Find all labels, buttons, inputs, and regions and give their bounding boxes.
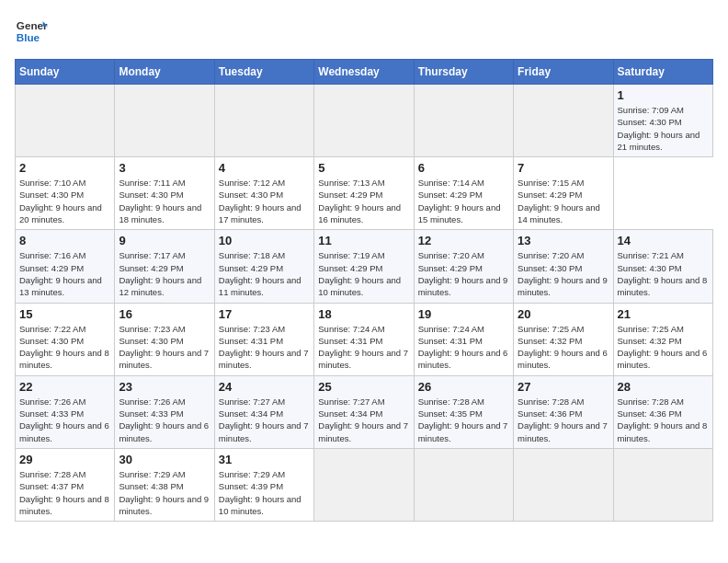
calendar-cell (16, 85, 115, 157)
day-number: 4 (219, 161, 310, 175)
day-info: Sunrise: 7:25 AMSunset: 4:32 PMDaylight:… (518, 323, 609, 372)
day-info: Sunrise: 7:19 AMSunset: 4:29 PMDaylight:… (318, 249, 409, 298)
calendar-cell (514, 85, 613, 157)
calendar-cell (115, 85, 214, 157)
day-info: Sunrise: 7:09 AMSunset: 4:30 PMDaylight:… (618, 104, 709, 153)
day-number: 16 (119, 307, 210, 321)
day-number: 8 (19, 234, 110, 247)
day-number: 25 (318, 380, 409, 394)
day-info: Sunrise: 7:27 AMSunset: 4:34 PMDaylight:… (318, 396, 409, 444)
day-info: Sunrise: 7:29 AMSunset: 4:38 PMDaylight:… (119, 468, 210, 517)
logo-icon: General Blue (15, 15, 48, 48)
calendar-cell: 28Sunrise: 7:28 AMSunset: 4:36 PMDayligh… (613, 375, 712, 448)
day-number: 28 (618, 380, 709, 394)
calendar-cell: 19Sunrise: 7:24 AMSunset: 4:31 PMDayligh… (414, 303, 513, 375)
calendar-cell: 31Sunrise: 7:29 AMSunset: 4:39 PMDayligh… (214, 448, 313, 521)
calendar-cell: 14Sunrise: 7:21 AMSunset: 4:30 PMDayligh… (613, 230, 712, 303)
day-number: 23 (119, 380, 210, 394)
day-info: Sunrise: 7:28 AMSunset: 4:37 PMDaylight:… (19, 468, 110, 517)
day-number: 18 (318, 307, 409, 321)
calendar-cell: 29Sunrise: 7:28 AMSunset: 4:37 PMDayligh… (16, 448, 115, 521)
day-info: Sunrise: 7:24 AMSunset: 4:31 PMDaylight:… (318, 323, 409, 372)
day-info: Sunrise: 7:25 AMSunset: 4:32 PMDaylight:… (618, 323, 709, 372)
day-number: 26 (418, 380, 509, 394)
calendar-week-row: 15Sunrise: 7:22 AMSunset: 4:30 PMDayligh… (16, 303, 713, 375)
calendar-cell (414, 448, 513, 521)
day-number: 30 (119, 453, 210, 466)
day-number: 3 (119, 161, 210, 175)
day-info: Sunrise: 7:22 AMSunset: 4:30 PMDaylight:… (19, 323, 110, 372)
day-info: Sunrise: 7:20 AMSunset: 4:29 PMDaylight:… (418, 249, 509, 298)
weekday-header-row: SundayMondayTuesdayWednesdayThursdayFrid… (16, 60, 713, 85)
calendar-cell: 8Sunrise: 7:16 AMSunset: 4:29 PMDaylight… (16, 230, 115, 303)
day-number: 29 (19, 453, 110, 466)
day-number: 10 (219, 234, 310, 247)
calendar-cell: 24Sunrise: 7:27 AMSunset: 4:34 PMDayligh… (214, 375, 313, 448)
weekday-header-wednesday: Wednesday (314, 60, 414, 85)
calendar-cell: 11Sunrise: 7:19 AMSunset: 4:29 PMDayligh… (314, 230, 414, 303)
day-info: Sunrise: 7:18 AMSunset: 4:29 PMDaylight:… (219, 249, 310, 298)
day-info: Sunrise: 7:27 AMSunset: 4:34 PMDaylight:… (219, 396, 310, 444)
day-number: 15 (19, 307, 110, 321)
calendar-cell: 21Sunrise: 7:25 AMSunset: 4:32 PMDayligh… (613, 303, 712, 375)
calendar-cell: 27Sunrise: 7:28 AMSunset: 4:36 PMDayligh… (514, 375, 613, 448)
day-number: 2 (19, 161, 110, 175)
day-info: Sunrise: 7:21 AMSunset: 4:30 PMDaylight:… (618, 249, 709, 298)
day-info: Sunrise: 7:10 AMSunset: 4:30 PMDaylight:… (19, 177, 110, 225)
day-info: Sunrise: 7:15 AMSunset: 4:29 PMDaylight:… (518, 177, 609, 225)
calendar-week-row: 22Sunrise: 7:26 AMSunset: 4:33 PMDayligh… (16, 375, 713, 448)
calendar-cell: 12Sunrise: 7:20 AMSunset: 4:29 PMDayligh… (414, 230, 513, 303)
day-info: Sunrise: 7:14 AMSunset: 4:29 PMDaylight:… (418, 177, 509, 225)
day-info: Sunrise: 7:28 AMSunset: 4:36 PMDaylight:… (518, 396, 609, 444)
calendar-cell: 17Sunrise: 7:23 AMSunset: 4:31 PMDayligh… (214, 303, 313, 375)
day-number: 13 (518, 234, 609, 247)
calendar-cell: 22Sunrise: 7:26 AMSunset: 4:33 PMDayligh… (16, 375, 115, 448)
calendar-cell: 15Sunrise: 7:22 AMSunset: 4:30 PMDayligh… (16, 303, 115, 375)
calendar-cell: 18Sunrise: 7:24 AMSunset: 4:31 PMDayligh… (314, 303, 414, 375)
calendar-week-row: 8Sunrise: 7:16 AMSunset: 4:29 PMDaylight… (16, 230, 713, 303)
weekday-header-sunday: Sunday (16, 60, 115, 85)
weekday-header-friday: Friday (514, 60, 613, 85)
calendar-week-row: 29Sunrise: 7:28 AMSunset: 4:37 PMDayligh… (16, 448, 713, 521)
day-info: Sunrise: 7:23 AMSunset: 4:30 PMDaylight:… (119, 323, 210, 372)
calendar-cell: 6Sunrise: 7:14 AMSunset: 4:29 PMDaylight… (414, 157, 513, 230)
day-number: 22 (19, 380, 110, 394)
calendar-cell: 4Sunrise: 7:12 AMSunset: 4:30 PMDaylight… (214, 157, 313, 230)
calendar-cell: 13Sunrise: 7:20 AMSunset: 4:30 PMDayligh… (514, 230, 613, 303)
calendar-cell: 16Sunrise: 7:23 AMSunset: 4:30 PMDayligh… (115, 303, 214, 375)
calendar-cell (514, 448, 613, 521)
calendar-cell: 5Sunrise: 7:13 AMSunset: 4:29 PMDaylight… (314, 157, 414, 230)
day-info: Sunrise: 7:20 AMSunset: 4:30 PMDaylight:… (518, 249, 609, 298)
day-number: 6 (418, 161, 509, 175)
calendar-cell: 1Sunrise: 7:09 AMSunset: 4:30 PMDaylight… (613, 85, 712, 157)
calendar-cell: 23Sunrise: 7:26 AMSunset: 4:33 PMDayligh… (115, 375, 214, 448)
calendar-cell: 3Sunrise: 7:11 AMSunset: 4:30 PMDaylight… (115, 157, 214, 230)
weekday-header-monday: Monday (115, 60, 214, 85)
day-info: Sunrise: 7:11 AMSunset: 4:30 PMDaylight:… (119, 177, 210, 225)
day-number: 12 (418, 234, 509, 247)
day-info: Sunrise: 7:16 AMSunset: 4:29 PMDaylight:… (19, 249, 110, 298)
day-number: 9 (119, 234, 210, 247)
day-number: 1 (618, 88, 709, 102)
day-number: 11 (318, 234, 409, 247)
calendar-cell (314, 448, 414, 521)
weekday-header-thursday: Thursday (414, 60, 513, 85)
day-info: Sunrise: 7:26 AMSunset: 4:33 PMDaylight:… (119, 396, 210, 444)
day-number: 5 (318, 161, 409, 175)
day-info: Sunrise: 7:17 AMSunset: 4:29 PMDaylight:… (119, 249, 210, 298)
day-number: 7 (518, 161, 609, 175)
day-info: Sunrise: 7:29 AMSunset: 4:39 PMDaylight:… (219, 468, 310, 517)
day-info: Sunrise: 7:23 AMSunset: 4:31 PMDaylight:… (219, 323, 310, 372)
logo: General Blue (15, 15, 48, 48)
calendar-cell (214, 85, 313, 157)
day-number: 24 (219, 380, 310, 394)
calendar-cell: 30Sunrise: 7:29 AMSunset: 4:38 PMDayligh… (115, 448, 214, 521)
day-number: 19 (418, 307, 509, 321)
calendar-cell: 20Sunrise: 7:25 AMSunset: 4:32 PMDayligh… (514, 303, 613, 375)
weekday-header-saturday: Saturday (613, 60, 712, 85)
calendar-cell: 7Sunrise: 7:15 AMSunset: 4:29 PMDaylight… (514, 157, 613, 230)
day-info: Sunrise: 7:24 AMSunset: 4:31 PMDaylight:… (418, 323, 509, 372)
day-info: Sunrise: 7:26 AMSunset: 4:33 PMDaylight:… (19, 396, 110, 444)
calendar-cell: 10Sunrise: 7:18 AMSunset: 4:29 PMDayligh… (214, 230, 313, 303)
day-number: 17 (219, 307, 310, 321)
